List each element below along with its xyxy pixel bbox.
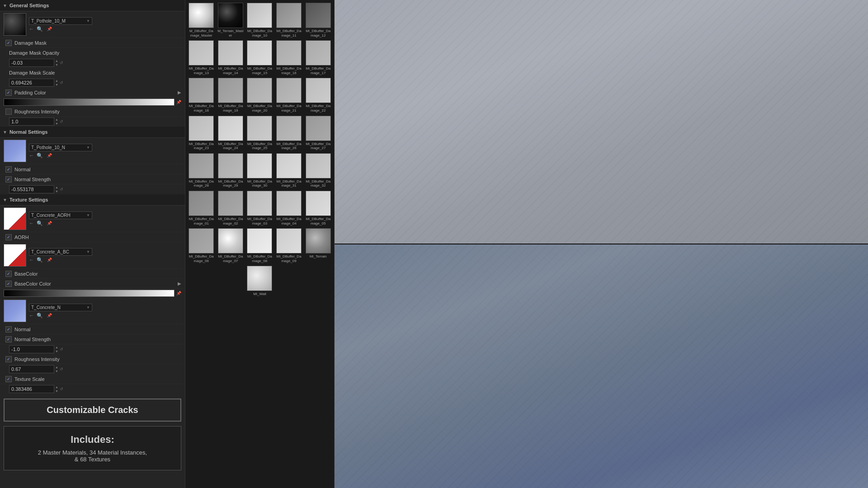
aorh-search-icon[interactable]: 🔍 (37, 221, 43, 226)
asset-thumb (218, 116, 243, 141)
aorh-nav-icon[interactable]: ← (29, 221, 34, 226)
up-arrow-5[interactable]: ▲ (55, 345, 58, 349)
normal-strength-reset-1[interactable]: ↺ (60, 187, 63, 192)
down-arrow-7[interactable]: ▼ (55, 389, 58, 393)
asset-item[interactable]: MI_DBuffer_Damage_31 (275, 152, 303, 189)
normal-nav-icon-1[interactable]: ← (29, 153, 34, 158)
texture-scale-input[interactable] (9, 385, 54, 393)
down-arrow-3[interactable]: ▼ (55, 122, 58, 126)
aorh-dropdown[interactable]: T_Concrete_AORH ▼ (29, 211, 92, 219)
asset-item[interactable]: M_Terrain_Master (217, 2, 245, 38)
roughness-intensity-reset-2[interactable]: ↺ (60, 367, 63, 371)
asset-item[interactable]: MI_DBuffer_Damage_18 (187, 77, 216, 113)
normal-nav-icon-2[interactable]: ← (29, 313, 34, 318)
roughness-intensity-reset-1[interactable]: ↺ (60, 119, 63, 124)
asset-item[interactable]: MI_DBuffer_Damage_05 (304, 190, 332, 226)
general-settings-header[interactable]: ▼ General Settings (0, 0, 185, 11)
down-arrow-4[interactable]: ▼ (55, 189, 58, 193)
normal-dropdown-1[interactable]: T_Pothole_10_N ▼ (29, 144, 92, 151)
basecolor-checkbox[interactable] (5, 271, 12, 277)
normal-strength-input-2[interactable] (9, 345, 54, 353)
asset-item[interactable]: MI_DBuffer_Damage_29 (217, 152, 245, 189)
asset-item[interactable]: MI_DBuffer_Damage_13 (187, 39, 216, 76)
up-arrow-7[interactable]: ▲ (55, 385, 58, 389)
damage-mask-nav-icon[interactable]: ← (29, 26, 34, 32)
roughness-intensity-checkbox-1[interactable] (5, 108, 12, 115)
asset-item[interactable]: MI_DBuffer_Damage_10 (245, 2, 274, 38)
normal-checkbox-2[interactable] (5, 326, 12, 333)
asset-item[interactable]: MI_DBuffer_Damage_01 (187, 190, 216, 226)
roughness-intensity-input-1[interactable] (9, 117, 54, 126)
asset-item[interactable]: MI_DBuffer_Damage_19 (217, 77, 245, 113)
roughness-intensity-checkbox-2[interactable] (5, 356, 12, 362)
texture-scale-checkbox[interactable] (5, 376, 12, 382)
asset-item[interactable]: MI_DBuffer_Damage_09 (275, 227, 303, 264)
damage-mask-dropdown[interactable]: T_Pothole_10_M ▼ (29, 17, 92, 25)
down-arrow-5[interactable]: ▼ (55, 349, 58, 353)
basecolor-dropdown[interactable]: T_Concrete_A_BC ▼ (29, 248, 92, 256)
damage-mask-scale-input[interactable] (9, 79, 54, 87)
asset-item[interactable]: MI_DBuffer_Damage_14 (217, 39, 245, 76)
normal-info-2: T_Concrete_N ▼ ← 🔍 📌 (29, 304, 181, 319)
up-arrow-2[interactable]: ▲ (55, 79, 58, 83)
down-arrow[interactable]: ▼ (55, 63, 58, 67)
asset-name: MI_DBuffer_Damage_15 (246, 66, 273, 75)
padding-color-gradient[interactable] (4, 99, 175, 106)
texture-scale-reset[interactable]: ↺ (60, 387, 63, 391)
roughness-intensity-input-2[interactable] (9, 365, 54, 373)
asset-item[interactable]: MI_DBuffer_Damage_30 (245, 152, 274, 189)
asset-item[interactable]: MI_DBuffer_Damage_17 (304, 39, 332, 76)
asset-item[interactable]: MI_DBuffer_Damage_21 (275, 77, 303, 113)
padding-color-checkbox[interactable] (5, 89, 12, 96)
asset-item[interactable]: MI_DBuffer_Damage_22 (304, 77, 332, 113)
down-arrow-6[interactable]: ▼ (55, 369, 58, 373)
damage-mask-search-icon[interactable]: 🔍 (37, 26, 43, 32)
up-arrow-6[interactable]: ▲ (55, 365, 58, 369)
asset-item[interactable]: MI_DBuffer_Damage_11 (275, 2, 303, 38)
asset-item[interactable]: MI_DBuffer_Damage_03 (245, 190, 274, 226)
asset-item[interactable]: MI_DBuffer_Damage_06 (187, 227, 216, 264)
asset-item[interactable]: MI_DBuffer_Damage_02 (217, 190, 245, 226)
up-arrow-3[interactable]: ▲ (55, 117, 58, 122)
normal-strength-input-1[interactable] (9, 185, 54, 193)
asset-item[interactable]: MI_DBuffer_Damage_24 (217, 115, 245, 151)
asset-item[interactable]: MI_DBuffer_Damage_08 (245, 227, 274, 264)
normal-checkbox-1[interactable] (5, 166, 12, 173)
asset-item[interactable]: MI_DBuffer_Damage_04 (275, 190, 303, 226)
asset-item[interactable]: MI_DBuffer_Damage_26 (275, 115, 303, 151)
basecolor-color-checkbox[interactable] (5, 281, 12, 287)
damage-mask-checkbox[interactable] (5, 40, 12, 46)
basecolor-gradient[interactable] (4, 290, 175, 297)
asset-item[interactable]: MI_DBuffer_Damage_20 (245, 77, 274, 113)
damage-mask-scale-reset[interactable]: ↺ (60, 80, 63, 85)
normal-search-icon-1[interactable]: 🔍 (37, 153, 43, 159)
asset-item[interactable]: MI_DBuffer_Damage_15 (245, 39, 274, 76)
basecolor-search-icon[interactable]: 🔍 (37, 257, 43, 263)
asset-item[interactable]: MI_Wall (245, 265, 274, 297)
asset-item[interactable]: MI_DBuffer_Damage_23 (187, 115, 216, 151)
asset-item[interactable]: M_DBuffer_Damage_Master (187, 2, 216, 38)
normal-dropdown-2[interactable]: T_Concrete_N ▼ (29, 304, 92, 311)
down-arrow-2[interactable]: ▼ (55, 83, 58, 87)
asset-item[interactable]: MI_DBuffer_Damage_28 (187, 152, 216, 189)
normal-settings-header[interactable]: ▼ Normal Settings (0, 127, 185, 138)
asset-item[interactable]: MI_DBuffer_Damage_25 (245, 115, 274, 151)
damage-mask-opacity-input[interactable] (9, 59, 54, 67)
asset-item[interactable]: MI_DBuffer_Damage_32 (304, 152, 332, 189)
aorh-checkbox[interactable] (5, 234, 12, 240)
damage-mask-opacity-reset[interactable]: ↺ (60, 61, 63, 65)
asset-item[interactable]: MI_DBuffer_Damage_27 (304, 115, 332, 151)
normal-strength-value-row-1: ▲ ▼ ↺ (0, 184, 185, 194)
normal-strength-checkbox-2[interactable] (5, 336, 12, 343)
normal-search-icon-2[interactable]: 🔍 (37, 313, 43, 319)
texture-settings-header[interactable]: ▼ Texture Settings (0, 194, 185, 206)
normal-strength-reset-2[interactable]: ↺ (60, 347, 63, 352)
asset-item[interactable]: MI_DBuffer_Damage_07 (217, 227, 245, 264)
up-arrow-4[interactable]: ▲ (55, 185, 58, 189)
basecolor-nav-icon[interactable]: ← (29, 257, 34, 263)
up-arrow[interactable]: ▲ (55, 59, 58, 63)
asset-item[interactable]: MI_DBuffer_Damage_16 (275, 39, 303, 76)
asset-item[interactable]: MI_Terrain (304, 227, 332, 264)
asset-item[interactable]: MI_DBuffer_Damage_12 (304, 2, 332, 38)
normal-strength-checkbox-1[interactable] (5, 176, 12, 183)
